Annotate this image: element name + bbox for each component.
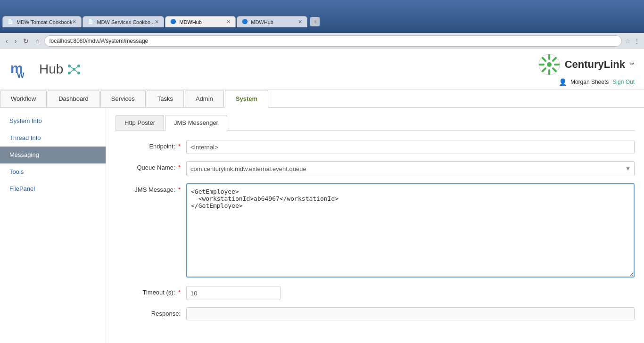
- queue-name-label: Queue Name: *: [116, 161, 186, 171]
- sidebar-item-tools[interactable]: Tools: [0, 163, 106, 180]
- queue-name-row: Queue Name: * com.centurylink.mdw.extern…: [116, 161, 635, 176]
- svg-line-13: [553, 58, 556, 61]
- browser-tab-1[interactable]: 📄 MDW Tomcat Cookbook ✕: [2, 16, 82, 27]
- tab-admin[interactable]: Admin: [185, 90, 224, 107]
- queue-name-control: com.centurylink.mdw.external.event.queue…: [186, 161, 635, 176]
- endpoint-row: Endpoint: *: [116, 140, 635, 154]
- new-tab-button[interactable]: +: [310, 17, 320, 26]
- tab1-label: MDW Tomcat Cookbook: [17, 19, 72, 25]
- tab4-close[interactable]: ✕: [298, 19, 302, 25]
- jms-message-row: JMS Message: * <span class="xml-tag"><Ge…: [116, 183, 635, 279]
- endpoint-control: [186, 140, 635, 154]
- queue-name-select-wrapper: com.centurylink.mdw.external.event.queue…: [186, 161, 635, 176]
- svg-line-8: [74, 66, 79, 69]
- sub-tab-jms-messenger[interactable]: JMS Messenger: [165, 115, 227, 131]
- response-row: Response:: [116, 307, 635, 320]
- tab2-icon: 📄: [88, 19, 94, 25]
- content-area: Http Poster JMS Messenger Endpoint: *: [106, 108, 644, 343]
- sidebar-item-messaging[interactable]: Messaging: [0, 147, 106, 163]
- network-icon: [67, 64, 81, 75]
- app-container: m w Hub: [0, 49, 644, 343]
- endpoint-label: Endpoint: *: [116, 140, 186, 150]
- tab4-icon: 🔵: [242, 19, 248, 25]
- timeout-row: Timeout (s): *: [116, 286, 635, 300]
- nav-tabs: Workflow Dashboard Services Tasks Admin …: [0, 90, 644, 108]
- sub-tab-http-poster[interactable]: Http Poster: [116, 115, 164, 130]
- sidebar-item-system-info[interactable]: System Info: [0, 113, 106, 130]
- timeout-input[interactable]: [186, 286, 281, 300]
- sub-tabs: Http Poster JMS Messenger: [116, 115, 635, 131]
- response-control: [186, 307, 635, 320]
- user-icon: 👤: [559, 78, 567, 86]
- tab-tasks[interactable]: Tasks: [147, 90, 184, 107]
- logo-text: Hub: [39, 62, 63, 77]
- jms-message-required: *: [178, 186, 181, 193]
- timeout-required: *: [178, 289, 181, 296]
- tab1-icon: 📄: [8, 19, 14, 25]
- app-header: m w Hub: [0, 49, 644, 90]
- tab3-label: MDWHub: [179, 19, 226, 25]
- svg-line-19: [543, 58, 545, 61]
- svg-point-20: [547, 62, 552, 67]
- tab2-close[interactable]: ✕: [155, 19, 159, 25]
- browser-tabs-bar: 📄 MDW Tomcat Cookbook ✕ 📄 MDW Services C…: [0, 14, 644, 27]
- tab3-icon: 🔵: [170, 19, 177, 25]
- sidebar: System Info Thread Info Messaging Tools …: [0, 108, 106, 343]
- response-label: Response:: [116, 307, 186, 317]
- timeout-label: Timeout (s): *: [116, 286, 186, 296]
- tab3-close[interactable]: ✕: [226, 19, 231, 25]
- browser-chrome: 📄 MDW Tomcat Cookbook ✕ 📄 MDW Services C…: [0, 0, 644, 33]
- tab-services[interactable]: Services: [100, 90, 146, 107]
- svg-line-7: [69, 66, 74, 69]
- mdw-logo-icon: m w: [9, 60, 33, 79]
- sidebar-item-thread-info[interactable]: Thread Info: [0, 130, 106, 147]
- bookmark-button[interactable]: ☆: [625, 37, 631, 45]
- tab-system[interactable]: System: [225, 90, 268, 108]
- user-info: 👤 Morgan Sheets Sign Out: [559, 78, 635, 86]
- refresh-button[interactable]: ↻: [21, 36, 31, 46]
- tab-workflow[interactable]: Workflow: [0, 90, 47, 107]
- browser-titlebar: [0, 0, 644, 14]
- tab-dashboard[interactable]: Dashboard: [48, 90, 99, 107]
- sign-out-link[interactable]: Sign Out: [612, 79, 635, 85]
- browser-tab-4[interactable]: 🔵 MDWHub ✕: [237, 16, 307, 27]
- svg-line-17: [543, 68, 545, 71]
- centurylink-logo: CenturyLink™: [537, 53, 635, 76]
- sidebar-item-filepanel[interactable]: FilePanel: [0, 180, 106, 197]
- response-bar: [186, 307, 635, 320]
- browser-tab-3[interactable]: 🔵 MDWHub ✕: [165, 16, 236, 27]
- forward-button[interactable]: ›: [13, 36, 19, 46]
- main-content: System Info Thread Info Messaging Tools …: [0, 108, 644, 343]
- endpoint-required: *: [178, 143, 181, 150]
- back-button[interactable]: ‹: [4, 36, 10, 46]
- address-bar-row: ‹ › ↻ ⌂ ☆ ⋮: [0, 33, 644, 49]
- app-logo: m w Hub: [9, 60, 81, 79]
- address-input[interactable]: [44, 35, 622, 47]
- centurylink-wheel-icon: [537, 53, 561, 76]
- svg-line-10: [74, 69, 79, 73]
- queue-name-required: *: [178, 164, 181, 171]
- centurylink-name: CenturyLink: [565, 58, 625, 71]
- browser-tab-2[interactable]: 📄 MDW Services Cookbo... ✕: [83, 16, 164, 27]
- endpoint-input[interactable]: [186, 140, 635, 154]
- tab2-label: MDW Services Cookbo...: [97, 19, 155, 25]
- jms-message-textarea[interactable]: <span class="xml-tag"><GetEmployee></spa…: [186, 183, 635, 278]
- timeout-control: [186, 286, 635, 300]
- svg-text:w: w: [17, 69, 25, 79]
- menu-button[interactable]: ⋮: [634, 37, 640, 45]
- user-name: Morgan Sheets: [570, 79, 609, 85]
- svg-line-9: [69, 69, 74, 73]
- svg-line-15: [553, 68, 556, 71]
- tab4-label: MDWHub: [251, 19, 298, 25]
- home-button[interactable]: ⌂: [33, 36, 41, 46]
- header-right: CenturyLink™ 👤 Morgan Sheets Sign Out: [537, 53, 635, 86]
- queue-name-select[interactable]: com.centurylink.mdw.external.event.queue: [186, 161, 635, 176]
- jms-message-label: JMS Message: *: [116, 183, 186, 193]
- centurylink-tm: ™: [629, 61, 635, 68]
- jms-message-control: <span class="xml-tag"><GetEmployee></spa…: [186, 183, 635, 279]
- tab1-close[interactable]: ✕: [72, 19, 76, 25]
